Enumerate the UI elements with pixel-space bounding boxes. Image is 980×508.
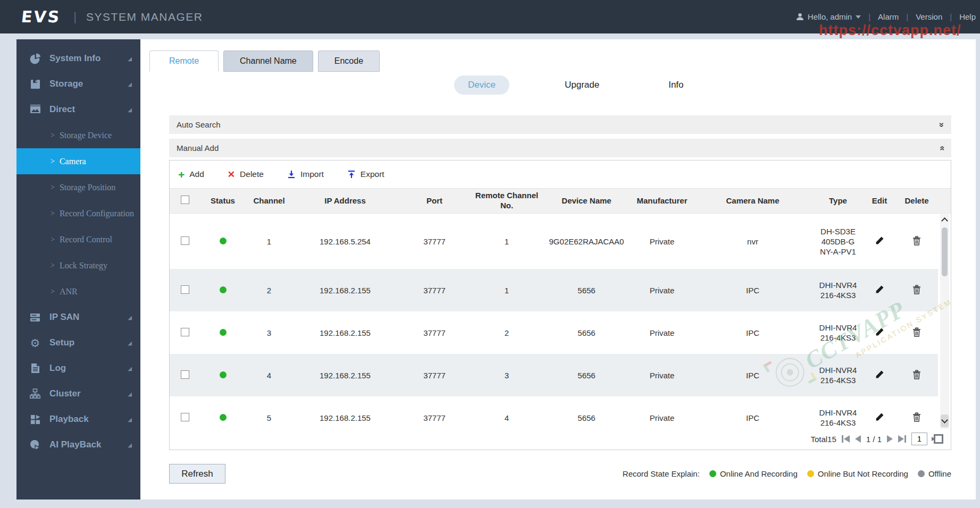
sidebar-item-ip-san[interactable]: IP SAN ◢ bbox=[16, 304, 140, 330]
cell-remote-channel-no: 4 bbox=[472, 413, 542, 422]
delete-icon[interactable] bbox=[912, 412, 921, 422]
edit-icon[interactable] bbox=[875, 285, 884, 294]
sidebar-item-ai-playback[interactable]: AI PlayBack ◢ bbox=[16, 432, 140, 458]
page-number-input[interactable] bbox=[911, 433, 927, 445]
row-checkbox[interactable] bbox=[181, 328, 189, 336]
tab-remote[interactable]: Remote bbox=[149, 50, 219, 72]
collapse-double-chevron-icon[interactable]: » bbox=[936, 146, 947, 150]
playback-icon bbox=[28, 414, 42, 425]
sidebar: System Info ◢ Storage ◢ Direct ◢ > Stora… bbox=[16, 39, 140, 499]
sidebar-item-log[interactable]: Log ◢ bbox=[16, 355, 140, 381]
chevron-right-icon: > bbox=[51, 261, 55, 270]
chevron-down-icon bbox=[856, 15, 861, 19]
subtab-upgrade[interactable]: Upgrade bbox=[551, 75, 613, 95]
delete-icon[interactable] bbox=[912, 370, 921, 379]
sidebar-item-record-configuration[interactable]: > Record Configuration bbox=[16, 200, 140, 226]
cell-channel: 4 bbox=[245, 371, 293, 380]
table-toolbar: + Add ✕ Delete Import Export bbox=[170, 160, 951, 188]
sidebar-item-setup[interactable]: ⚙ Setup ◢ bbox=[16, 330, 140, 355]
floppy-disk-icon bbox=[28, 79, 42, 89]
manual-add-section-header[interactable]: Manual Add » bbox=[169, 139, 951, 157]
col-remote-channel-no: Remote Channel No. bbox=[472, 191, 542, 211]
sidebar-item-record-control[interactable]: > Record Control bbox=[16, 226, 140, 252]
import-button[interactable]: Import bbox=[287, 170, 324, 179]
help-link[interactable]: Help bbox=[959, 12, 976, 21]
sidebar-item-direct[interactable]: Direct ◢ bbox=[16, 97, 140, 122]
edit-icon[interactable] bbox=[875, 327, 884, 336]
expand-double-chevron-icon[interactable]: » bbox=[936, 122, 947, 127]
cell-camera-name: IPC bbox=[693, 371, 813, 380]
prev-page-button[interactable] bbox=[855, 435, 861, 443]
col-camera-name: Camera Name bbox=[693, 196, 813, 206]
cell-manufacturer: Private bbox=[631, 286, 693, 295]
status-dot bbox=[220, 414, 227, 421]
edit-icon[interactable] bbox=[875, 412, 884, 421]
delete-icon[interactable] bbox=[912, 327, 921, 337]
ai-playback-icon bbox=[28, 439, 42, 450]
col-ip-address: IP Address bbox=[293, 196, 397, 206]
sidebar-item-camera[interactable]: > Camera bbox=[16, 148, 140, 174]
tab-encode[interactable]: Encode bbox=[318, 50, 380, 72]
legend-green-dot bbox=[709, 470, 716, 477]
auto-search-section-header[interactable]: Auto Search » bbox=[169, 115, 951, 134]
status-dot bbox=[220, 286, 227, 293]
table-scrollbar[interactable] bbox=[940, 214, 949, 429]
collapse-triangle-icon: ◢ bbox=[128, 56, 132, 62]
divider: | bbox=[906, 12, 908, 21]
sidebar-item-storage[interactable]: Storage ◢ bbox=[16, 71, 140, 97]
delete-icon[interactable] bbox=[912, 236, 921, 245]
tab-bar: Remote Channel Name Encode bbox=[149, 50, 976, 72]
collapse-triangle-icon: ◢ bbox=[128, 391, 132, 397]
collapse-triangle-icon: ◢ bbox=[128, 107, 132, 113]
app-title: SYSTEM MANAGER bbox=[86, 11, 203, 23]
sidebar-item-lock-strategy[interactable]: > Lock Strategy bbox=[16, 252, 140, 278]
row-checkbox[interactable] bbox=[181, 285, 189, 294]
edit-icon[interactable] bbox=[875, 370, 884, 379]
subtab-info[interactable]: Info bbox=[655, 75, 697, 95]
edit-icon[interactable] bbox=[875, 236, 884, 245]
sidebar-item-storage-position[interactable]: > Storage Position bbox=[16, 174, 140, 200]
user-menu[interactable]: Hello, admin bbox=[796, 12, 861, 21]
cell-remote-channel-no: 2 bbox=[472, 328, 542, 337]
row-checkbox[interactable] bbox=[181, 236, 189, 245]
collapse-triangle-icon: ◢ bbox=[128, 417, 132, 422]
version-link[interactable]: Version bbox=[916, 12, 942, 21]
scrollbar-thumb[interactable] bbox=[942, 227, 948, 276]
sidebar-item-anr[interactable]: > ANR bbox=[16, 278, 140, 304]
plus-icon: + bbox=[178, 169, 185, 180]
sidebar-item-storage-device[interactable]: > Storage Device bbox=[16, 122, 140, 148]
status-dot bbox=[220, 238, 227, 244]
next-page-button[interactable] bbox=[887, 435, 893, 443]
sidebar-item-label: Direct bbox=[49, 104, 128, 115]
sidebar-item-label: Setup bbox=[49, 337, 128, 348]
sidebar-item-label: Storage bbox=[49, 79, 128, 89]
cell-manufacturer: Private bbox=[631, 371, 693, 380]
tab-channel-name[interactable]: Channel Name bbox=[223, 50, 313, 72]
import-icon bbox=[287, 170, 296, 179]
delete-icon[interactable] bbox=[912, 285, 921, 294]
row-checkbox[interactable] bbox=[181, 413, 189, 421]
alarm-link[interactable]: Alarm bbox=[878, 12, 899, 21]
scroll-down-button[interactable] bbox=[941, 414, 949, 427]
export-button[interactable]: Export bbox=[347, 170, 384, 179]
collapse-triangle-icon: ◢ bbox=[128, 81, 132, 87]
add-button[interactable]: + Add bbox=[178, 169, 204, 180]
row-checkbox[interactable] bbox=[181, 370, 189, 379]
refresh-button[interactable]: Refresh bbox=[169, 464, 225, 484]
cell-type: DHI-NVR4216-4KS3 bbox=[819, 408, 857, 428]
delete-button[interactable]: ✕ Delete bbox=[228, 170, 264, 179]
last-page-button[interactable] bbox=[898, 435, 906, 443]
select-all-checkbox[interactable] bbox=[181, 196, 189, 204]
sidebar-item-system-info[interactable]: System Info ◢ bbox=[16, 46, 140, 71]
cell-port: 37777 bbox=[397, 328, 472, 337]
cell-manufacturer: Private bbox=[631, 413, 693, 422]
sidebar-item-cluster[interactable]: Cluster ◢ bbox=[16, 381, 140, 407]
pie-chart-icon bbox=[28, 53, 42, 64]
sidebar-item-label: System Info bbox=[49, 53, 128, 64]
sidebar-subitem-label: Record Configuration bbox=[60, 209, 134, 218]
subtab-device[interactable]: Device bbox=[454, 75, 509, 95]
first-page-button[interactable] bbox=[842, 435, 850, 443]
sidebar-item-playback[interactable]: Playback ◢ bbox=[16, 407, 140, 432]
go-to-page-icon[interactable] bbox=[934, 434, 943, 444]
scroll-up-icon[interactable] bbox=[941, 217, 948, 224]
